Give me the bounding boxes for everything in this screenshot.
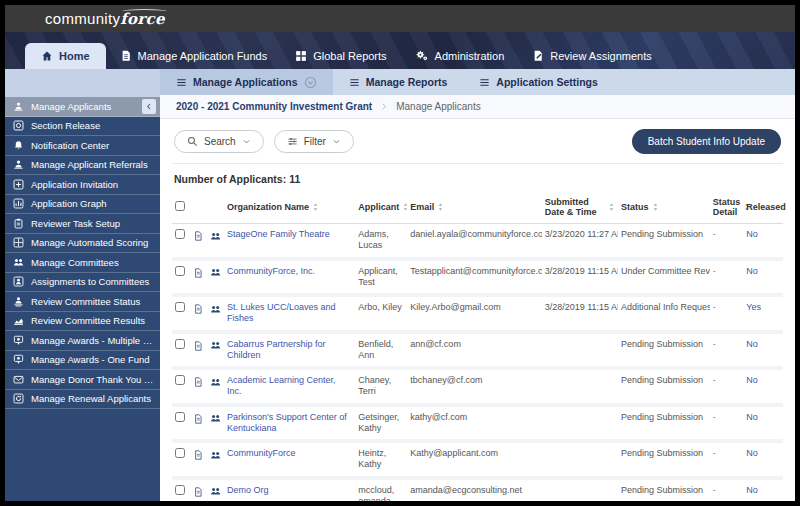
tab-manage-application-funds[interactable]: Manage Application Funds (106, 42, 282, 69)
sort-icon[interactable] (608, 202, 615, 213)
sort-icon[interactable] (312, 202, 319, 213)
logo-suffix: force (120, 10, 165, 28)
applicant-group-icon[interactable] (210, 377, 221, 388)
status-cell: Pending Submission (618, 332, 710, 369)
applicant-count-label: Number of Applicants: (174, 173, 286, 185)
subnav-application-settings-label: Application Settings (496, 76, 598, 88)
filter-label: Filter (304, 136, 326, 147)
sidebar-item-label: Reviewer Task Setup (31, 218, 156, 229)
tab-home[interactable]: Home (25, 43, 106, 69)
sidebar-item-reviewer-task-setup[interactable]: Reviewer Task Setup (5, 214, 160, 234)
organization-link[interactable]: Parkinson's Support Center of Kentuckian… (227, 412, 347, 433)
tab-global-reports[interactable]: Global Reports (281, 43, 400, 69)
document-edit-icon (532, 49, 544, 62)
released-link[interactable]: No (746, 375, 758, 385)
sidebar-item-manage-awards-one-fund[interactable]: Manage Awards - One Fund (5, 351, 160, 371)
applicant-cell: Adams, Lucas (355, 224, 407, 259)
subnav-manage-reports[interactable]: Manage Reports (333, 69, 464, 95)
sidebar-item-application-graph[interactable]: Application Graph (5, 195, 160, 215)
released-link[interactable]: No (746, 448, 758, 458)
sidebar-item-notification-center[interactable]: Notification Center (5, 136, 160, 156)
sort-icon[interactable] (437, 202, 444, 213)
header-submitted-date-time[interactable]: Submitted Date & Time (545, 197, 605, 217)
tab-manage-application-funds-label: Manage Application Funds (138, 50, 268, 62)
applicant-group-icon[interactable] (210, 340, 221, 351)
sidebar-item-label: Review Committee Status (31, 296, 156, 307)
status-cell: Additional Info Requested (618, 295, 710, 332)
sidebar-item-manage-donor-thank-you-letters[interactable]: Manage Donor Thank You Letters (5, 370, 160, 390)
released-link[interactable]: No (746, 266, 758, 276)
header-status-detail[interactable]: Status Detail (713, 197, 741, 217)
header-organization-name[interactable]: Organization Name (227, 202, 309, 212)
organization-link[interactable]: CommunityForce (227, 448, 296, 458)
sidebar-item-manage-applicants[interactable]: Manage Applicants (5, 97, 160, 117)
row-checkbox[interactable] (175, 229, 185, 239)
tab-administration[interactable]: Administration (401, 42, 519, 69)
tab-review-assignments[interactable]: Review Assignments (518, 42, 666, 69)
status-cell: Pending Submission (618, 478, 710, 502)
sidebar-item-label: Manage Awards - One Fund (31, 354, 156, 365)
sidebar-item-assignments-to-committees[interactable]: Assignments to Committees (5, 273, 160, 293)
applicant-group-icon[interactable] (210, 450, 221, 461)
sort-icon[interactable] (652, 202, 659, 213)
logo-prefix: community (45, 10, 120, 27)
organization-link[interactable]: Demo Org (227, 485, 269, 495)
sidebar-item-manage-applicant-referrals[interactable]: Manage Applicant Referrals (5, 156, 160, 176)
application-document-icon[interactable] (193, 267, 203, 279)
released-link[interactable]: No (746, 485, 758, 495)
sidebar-item-application-invitation[interactable]: Application Invitation (5, 175, 160, 195)
status-cell: Pending Submission (618, 224, 710, 259)
application-document-icon[interactable] (193, 449, 203, 461)
organization-link[interactable]: St. Lukes UCC/Loaves and Fishes (227, 302, 336, 323)
row-checkbox[interactable] (175, 375, 185, 385)
application-document-icon[interactable] (193, 413, 203, 425)
select-all-checkbox[interactable] (175, 201, 185, 211)
sidebar-item-review-committee-results[interactable]: Review Committee Results (5, 312, 160, 332)
applicant-group-icon[interactable] (210, 231, 221, 242)
organization-link[interactable]: Cabarrus Partnership for Children (227, 339, 326, 360)
header-email[interactable]: Email (410, 202, 434, 212)
application-document-icon[interactable] (193, 340, 203, 352)
application-document-icon[interactable] (193, 486, 203, 498)
row-checkbox[interactable] (175, 266, 185, 276)
organization-link[interactable]: Academic Learning Center, Inc. (227, 375, 336, 396)
released-link[interactable]: Yes (746, 302, 761, 312)
released-link[interactable]: No (746, 339, 758, 349)
subnav-application-settings[interactable]: Application Settings (463, 69, 614, 95)
sidebar-item-manage-renewal-applicants[interactable]: Manage Renewal Applicants (5, 390, 160, 410)
sidebar-collapse-button[interactable] (142, 99, 156, 114)
row-checkbox[interactable] (175, 412, 185, 422)
sort-icon[interactable] (402, 202, 409, 213)
email-cell: Kathy@applicant.com (407, 441, 541, 478)
application-document-icon[interactable] (193, 303, 203, 315)
released-link[interactable]: No (746, 412, 758, 422)
organization-link[interactable]: StageOne Family Theatre (227, 229, 330, 239)
row-checkbox[interactable] (175, 339, 185, 349)
applicant-group-icon[interactable] (210, 413, 221, 424)
sidebar-item-review-committee-status[interactable]: Review Committee Status (5, 292, 160, 312)
header-status[interactable]: Status (621, 202, 649, 212)
filter-button[interactable]: Filter (274, 130, 354, 153)
breadcrumb-fund-link[interactable]: 2020 - 2021 Community Investment Grant (176, 101, 372, 112)
applicant-group-icon[interactable] (210, 486, 221, 497)
chevron-right-icon (380, 102, 388, 111)
sidebar-item-manage-awards-multiple-funds[interactable]: Manage Awards - Multiple Funds (5, 331, 160, 351)
row-checkbox[interactable] (175, 485, 185, 495)
sidebar-item-manage-automated-scoring[interactable]: Manage Automated Scoring (5, 234, 160, 254)
row-checkbox[interactable] (175, 302, 185, 312)
header-applicant[interactable]: Applicant (358, 202, 399, 212)
released-link[interactable]: No (746, 229, 758, 239)
application-document-icon[interactable] (193, 230, 203, 242)
sidebar-item-section-release[interactable]: Section Release (5, 117, 160, 137)
applicant-group-icon[interactable] (210, 267, 221, 278)
chevron-down-circle-icon[interactable] (304, 76, 317, 89)
group-box-icon (13, 276, 24, 287)
organization-link[interactable]: CommunityForce, Inc. (227, 266, 315, 276)
applicant-group-icon[interactable] (210, 304, 221, 315)
sidebar-item-manage-committees[interactable]: Manage Committees (5, 253, 160, 273)
row-checkbox[interactable] (175, 448, 185, 458)
batch-student-info-update-button[interactable]: Batch Student Info Update (632, 129, 781, 154)
subnav-manage-applications[interactable]: Manage Applications (160, 69, 333, 95)
application-document-icon[interactable] (193, 376, 203, 388)
search-button[interactable]: Search (174, 130, 264, 153)
